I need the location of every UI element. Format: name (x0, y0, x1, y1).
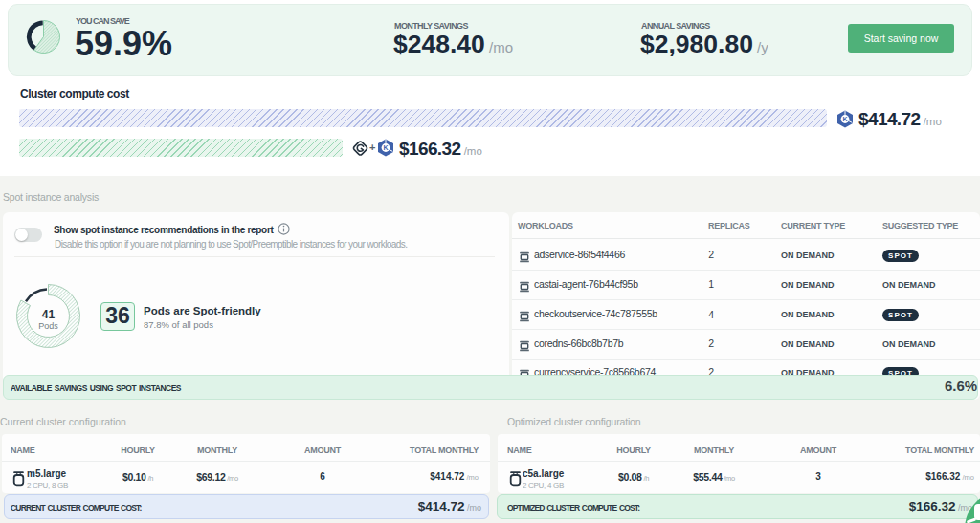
svg-text:K: K (383, 144, 388, 151)
svg-text:K: K (842, 116, 847, 122)
